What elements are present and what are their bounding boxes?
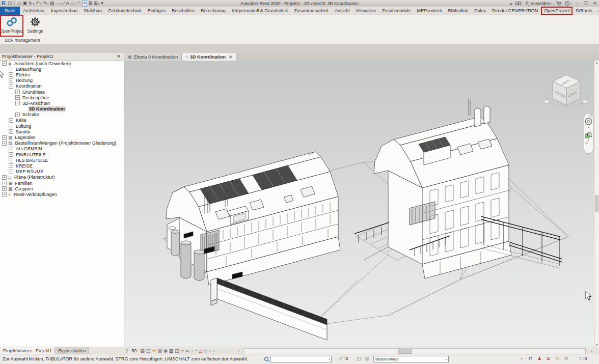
tree-item[interactable]: +▩Gruppen — [0, 186, 124, 191]
redo-icon-caret[interactable]: ▾ — [47, 2, 49, 5]
expand-icon[interactable]: + — [9, 124, 13, 128]
expand-icon[interactable]: + — [2, 181, 7, 185]
tree-item-label[interactable]: Familien — [14, 181, 34, 186]
tree-item[interactable]: +HLS BAUTEILE — [0, 157, 124, 163]
tree-item[interactable]: +Elektro — [0, 72, 124, 77]
switch-windows-icon[interactable]: ⊞ — [94, 1, 98, 6]
tree-item[interactable]: −3D Koordination — [0, 106, 124, 112]
tree-item-label[interactable]: Grundrisse — [21, 90, 46, 95]
selection-filter-icon[interactable]: ⚙ — [564, 356, 568, 361]
tree-item-label[interactable]: Heizung — [15, 78, 34, 83]
expand-icon[interactable]: + — [9, 67, 13, 71]
reveal-constraints-icon[interactable]: ⌐ — [209, 348, 211, 354]
ribbon-tab-k-rpermodell-grundst-ck[interactable]: Körpermodell & Grundstück — [229, 7, 291, 15]
tree-item-label[interactable]: 3D-Ansichten — [21, 101, 51, 106]
expand-icon[interactable]: + — [15, 95, 20, 100]
editing-requests-icon[interactable]: ◐ — [521, 356, 523, 361]
lock-3d-view-icon[interactable]: ∩ — [181, 348, 184, 354]
tree-item-label[interactable]: ALLGEMEIN — [15, 146, 43, 151]
visual-style-icon[interactable]: ▢ — [146, 348, 151, 354]
tree-item[interactable]: +Kälte — [0, 118, 124, 123]
ribbon-tab-zusammenarbeit[interactable]: Zusammenarbeit — [291, 7, 332, 15]
ribbon-tab-verwalten[interactable]: Verwalten — [352, 7, 379, 15]
expand-icon[interactable]: + — [9, 152, 13, 157]
undo-icon-caret[interactable]: ▾ — [40, 2, 42, 5]
minimize-button[interactable]: – — [575, 1, 579, 6]
tree-item-label[interactable]: 3D Koordination — [28, 106, 66, 111]
tree-item-label[interactable]: Ansichten (nach Gewerken) — [13, 61, 72, 66]
open-icon[interactable]: ▱ — [17, 1, 21, 6]
ribbon-tab-berechnung[interactable]: Berechnung — [198, 7, 229, 15]
tree-item[interactable]: +∞Revit-Verknüpfungen — [0, 191, 124, 197]
filter-status[interactable]: ▽ :0 — [579, 356, 587, 361]
settings-button[interactable]: Settings — [24, 15, 46, 36]
drawing-area[interactable]: OBEN HINTEN LINKS — [124, 61, 594, 347]
detail-level-icon[interactable]: ▤ — [140, 348, 145, 354]
tree-item-label[interactable]: MEP RÄUME — [15, 169, 44, 174]
show-analytical-model-icon[interactable]: △ — [199, 348, 203, 354]
tree-item[interactable]: +Sanitär — [0, 129, 124, 134]
tree-item-label[interactable]: Gruppen — [14, 186, 34, 191]
tree-item-label[interactable]: Kälte — [15, 118, 28, 123]
tree-item[interactable]: +▣Familien — [0, 180, 124, 186]
tree-item-label[interactable]: Lüftung — [15, 124, 32, 129]
tree-item[interactable]: −◈Ansichten (nach Gewerken) — [0, 61, 124, 66]
tree-item-label[interactable]: EINBAUTEILE — [15, 152, 47, 157]
section-icon[interactable]: ◠ — [77, 1, 81, 6]
project-browser-close-icon[interactable]: ✕ — [116, 54, 122, 59]
tree-item-label[interactable]: Beleuchtung — [15, 67, 42, 72]
palette-tab-projektbrowser-projekt1[interactable]: Projektbrowser - Projekt1 — [0, 347, 55, 354]
tree-item-label[interactable]: Deckenpläne — [21, 95, 50, 100]
expand-icon[interactable]: + — [9, 163, 13, 168]
zoom-tool-icon[interactable] — [585, 131, 592, 138]
ribbon-tab-stahlbau[interactable]: Stahlbau — [81, 7, 105, 15]
customize-qat-icon[interactable]: ▾ — [101, 1, 103, 6]
aligned-dimension-icon[interactable]: ∕ — [64, 1, 65, 6]
expand-icon[interactable]: + — [2, 135, 7, 140]
ribbon-tab-ingenieurbau[interactable]: Ingenieurbau — [48, 7, 81, 15]
expand-icon[interactable]: + — [2, 175, 7, 180]
ribbon-tab-bimcollab[interactable]: BIMcollab — [445, 7, 471, 15]
worksets-status[interactable]: :0 — [338, 356, 348, 361]
thin-lines-icon[interactable]: ≡ — [82, 0, 87, 7]
text-icon[interactable]: A — [66, 1, 69, 6]
tree-item[interactable]: +Heizung — [0, 78, 124, 83]
default-3d-view-icon-caret[interactable]: ▾ — [74, 2, 75, 5]
hscroll-left-icon[interactable]: ‹ — [238, 348, 239, 354]
hscroll-right-icon[interactable]: › — [591, 348, 592, 354]
tree-item[interactable]: +▦Legenden — [0, 134, 124, 140]
collapse-icon[interactable]: − — [2, 141, 7, 146]
collapse-icon[interactable]: − — [2, 61, 7, 66]
search-icon[interactable] — [515, 1, 522, 6]
select-underlay-icon[interactable]: ⊡ — [547, 356, 551, 361]
ribbon-tab-beschriften[interactable]: Beschriften — [169, 7, 198, 15]
redo-icon[interactable]: ↷ — [43, 1, 47, 6]
tree-item-label[interactable]: Legenden — [14, 135, 37, 140]
expand-icon[interactable]: + — [9, 129, 13, 134]
tree-item-label[interactable]: Pläne (Planstruktur) — [13, 175, 56, 180]
zoom-tool-caret[interactable]: ▼ — [587, 138, 590, 142]
view-tab-close-icon[interactable]: ✕ — [229, 54, 232, 60]
tree-item-label[interactable]: Koordination — [15, 83, 43, 89]
active-window-icon[interactable]: ◫ — [8, 1, 12, 6]
drag-elements-icon[interactable]: ◇ — [556, 356, 559, 361]
vertical-scrollbar[interactable]: ▴ ▾ — [594, 61, 599, 347]
openproject-button[interactable]: OpenProject — [1, 15, 23, 36]
search-dropdown-caret[interactable]: ◂ — [509, 1, 511, 6]
scroll-up-icon[interactable]: ▴ — [594, 61, 599, 65]
tree-item[interactable]: +Grundrisse — [0, 89, 124, 95]
viewcube[interactable]: OBEN HINTEN LINKS — [544, 75, 588, 106]
close-button[interactable]: ✕ — [592, 1, 597, 6]
expand-icon[interactable]: + — [2, 186, 7, 191]
ribbon-tab-einf-gen[interactable]: Einfügen — [145, 7, 169, 15]
expand-icon[interactable]: + — [15, 113, 20, 117]
worksharing-display-icon[interactable]: ⇄ — [528, 356, 532, 361]
tree-item-label[interactable]: HLS BAUTEILE — [15, 158, 49, 163]
select-by-id-caret[interactable]: ▾ — [329, 358, 331, 361]
select-links-icon[interactable]: ♟ — [537, 356, 541, 361]
save-icon[interactable]: ▣ — [22, 1, 27, 6]
expand-icon[interactable]: + — [15, 90, 20, 94]
steering-wheel-icon[interactable] — [584, 117, 593, 126]
design-options-select[interactable]: Basisvorlage ▾ — [373, 356, 449, 362]
expand-icon[interactable]: + — [9, 72, 13, 77]
